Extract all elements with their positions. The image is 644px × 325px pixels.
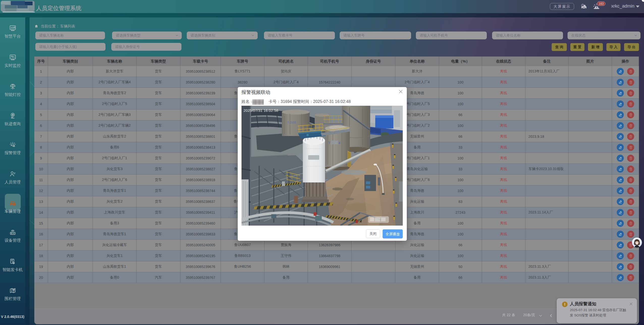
svg-text:T-2101: T-2101	[287, 121, 296, 124]
svg-text:2025/07/31 16:02:58: 2025/07/31 16:02:58	[244, 108, 278, 113]
svg-text:4: 4	[338, 141, 340, 145]
svg-text:T: T	[328, 141, 330, 145]
